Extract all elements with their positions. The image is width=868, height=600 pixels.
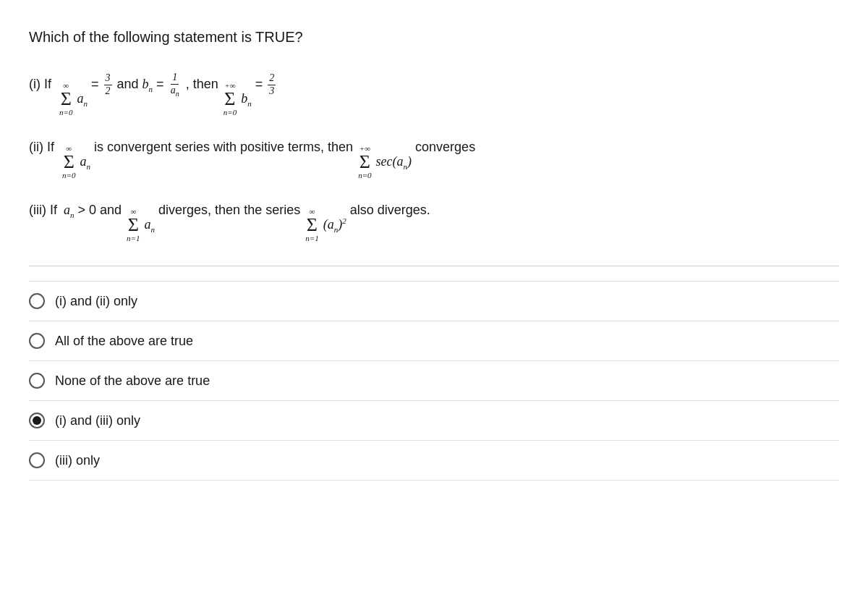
statement-ii: (ii) If ∞ Σ n=0 an is convergent series … — [29, 137, 839, 179]
math-iii-sum2: ∞ Σ n=1 (an)2 — [304, 208, 346, 242]
option-none-true-label: None of the above are true — [55, 373, 210, 389]
sigma-icon-6: ∞ Σ n=1 — [305, 208, 318, 242]
math-i-frac1: 3 2 — [104, 72, 112, 98]
option-i-iii-only[interactable]: (i) and (iii) only — [29, 401, 839, 441]
radio-i-iii-only[interactable] — [29, 413, 45, 428]
sigma-icon-3: ∞ Σ n=0 — [62, 145, 75, 179]
radio-none-true[interactable] — [29, 373, 45, 389]
math-ii-sum1: ∞ Σ n=0 an — [61, 145, 90, 179]
options-section: (i) and (ii) only All of the above are t… — [29, 281, 839, 481]
statement-i-label: (i) If — [29, 77, 51, 91]
math-i-eq3: = — [255, 77, 263, 91]
option-i-iii-only-label: (i) and (iii) only — [55, 413, 140, 428]
option-i-ii-only[interactable]: (i) and (ii) only — [29, 281, 839, 321]
math-i-eq2: = — [156, 77, 164, 91]
math-i-sum2: +∞ Σ n=0 bn — [222, 82, 252, 117]
statements-section: (i) If ∞ Σ n=0 an = 3 2 and bn = 1 an , … — [29, 72, 839, 242]
math-i-frac3: 2 3 — [268, 72, 276, 98]
math-iii-diverges2: also diverges. — [350, 203, 430, 217]
math-i-eq1: = — [91, 77, 99, 91]
option-none-true[interactable]: None of the above are true — [29, 361, 839, 401]
option-i-ii-only-label: (i) and (ii) only — [55, 294, 137, 309]
radio-i-ii-only[interactable] — [29, 293, 45, 309]
math-ii-converges: converges — [415, 140, 475, 154]
question-title: Which of the following statement is TRUE… — [29, 29, 839, 46]
option-iii-only[interactable]: (iii) only — [29, 441, 839, 481]
math-ii-sec: sec(an) — [376, 151, 412, 173]
sigma-icon-2: +∞ Σ n=0 — [224, 82, 237, 117]
statement-i: (i) If ∞ Σ n=0 an = 3 2 and bn = 1 an , … — [29, 72, 839, 117]
option-all-true[interactable]: All of the above are true — [29, 321, 839, 361]
math-i-sum1: ∞ Σ n=0 an — [58, 82, 88, 117]
math-i-bn: bn — [142, 77, 153, 91]
statement-iii: (iii) If an > 0 and ∞ Σ n=1 an diverges,… — [29, 200, 839, 242]
statement-iii-label: (iii) If — [29, 203, 57, 217]
option-all-true-label: All of the above are true — [55, 334, 193, 349]
math-iii-gt: > 0 and — [78, 203, 122, 217]
sigma-icon-5: ∞ Σ n=1 — [127, 208, 140, 242]
statement-ii-label: (ii) If — [29, 140, 54, 154]
sigma-icon-4: +∞ Σ n=0 — [358, 145, 371, 179]
math-i-and: and — [117, 77, 139, 91]
math-i-an: an — [77, 88, 88, 110]
sigma-icon-1: ∞ Σ n=0 — [59, 82, 72, 117]
math-ii-text: is convergent series with positive terms… — [94, 140, 353, 154]
math-i-frac2: 1 an — [169, 72, 181, 98]
radio-iii-only[interactable] — [29, 452, 45, 468]
math-iii-an: an — [64, 200, 75, 221]
math-ii-sum2: +∞ Σ n=0 sec(an) — [357, 145, 412, 179]
math-iii-diverges1: diverges, then the series — [158, 203, 300, 217]
math-i-then: , then — [186, 77, 218, 91]
radio-i-iii-only-inner — [33, 416, 41, 425]
math-iii-sum1: ∞ Σ n=1 an — [125, 208, 155, 242]
radio-all-true[interactable] — [29, 333, 45, 349]
section-divider — [29, 266, 839, 266]
option-iii-only-label: (iii) only — [55, 453, 100, 468]
